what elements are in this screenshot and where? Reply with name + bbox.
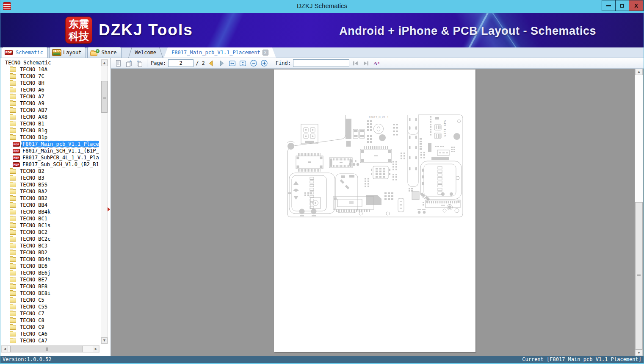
tab-schematic-label: Schematic bbox=[16, 50, 43, 56]
tree-folder[interactable]: TECNO C5 bbox=[0, 297, 99, 303]
maximize-button[interactable] bbox=[615, 0, 629, 11]
tree-file-pdf[interactable]: PDF F8017_SubPCB_4L_1_V.1_Placement bbox=[0, 154, 99, 161]
scrollbar-thumb[interactable] bbox=[101, 81, 108, 113]
tree-folder[interactable]: TECNO B3 bbox=[0, 175, 99, 181]
folder-icon bbox=[10, 196, 16, 201]
folder-icon bbox=[10, 115, 16, 119]
pdf-view-area[interactable]: F8017_M_V1.1 WIFI GPS ▲ ▼ bbox=[111, 69, 644, 356]
tree-folder[interactable]: TECNO A9 bbox=[0, 100, 99, 107]
page-number-input[interactable] bbox=[168, 59, 193, 67]
rotate-right-icon[interactable] bbox=[135, 59, 144, 67]
tab-layout[interactable]: PADS Layout bbox=[49, 47, 86, 58]
tree-folder[interactable]: TECNO 8H bbox=[0, 80, 99, 86]
folder-icon bbox=[10, 122, 16, 126]
tree-folder[interactable]: TECNO AB7 bbox=[0, 107, 99, 114]
doc-tab-current-label: F8017_Main_pcb_V1.1_Placement bbox=[171, 50, 260, 56]
tab-layout-label: Layout bbox=[63, 50, 81, 56]
folder-icon bbox=[10, 101, 16, 106]
doc-tab-welcome[interactable]: Welcome bbox=[127, 47, 164, 58]
tree-folder[interactable]: TECNO A6 bbox=[0, 86, 99, 93]
pdf-toolbar: Page: / 2 bbox=[111, 58, 644, 69]
tree-folder[interactable]: TECNO BC3 bbox=[0, 242, 99, 249]
zoom-out-icon[interactable] bbox=[249, 59, 258, 67]
tree-folder[interactable]: TECNO C5S bbox=[0, 303, 99, 310]
tree-folder[interactable]: TECNO BB4 bbox=[0, 202, 99, 208]
tree-folder[interactable]: TECNO BD2 bbox=[0, 249, 99, 256]
tree-folder-expanded[interactable]: TECNO B1p bbox=[0, 134, 99, 141]
fit-page-icon[interactable] bbox=[239, 59, 247, 67]
folder-icon bbox=[10, 169, 16, 174]
tree-folder[interactable]: TECNO BA2 bbox=[0, 188, 99, 195]
tree-folder[interactable]: TECNO BE7 bbox=[0, 276, 99, 283]
tree-folder[interactable]: TECNO BB2 bbox=[0, 195, 99, 202]
find-next-icon[interactable] bbox=[362, 59, 370, 67]
tree-root[interactable]: TECNO Schematic bbox=[0, 59, 99, 66]
rotate-left-icon[interactable] bbox=[124, 59, 133, 67]
scroll-up-arrow[interactable]: ▲ bbox=[635, 69, 643, 75]
tab-schematic[interactable]: PDF Schematic bbox=[2, 47, 48, 58]
tree-folder[interactable]: TECNO B5S bbox=[0, 181, 99, 188]
page-label: Page: bbox=[151, 60, 166, 66]
tree-folder[interactable]: TECNO AX8 bbox=[0, 114, 99, 120]
tree-file-pdf[interactable]: PDF F8017_Sub_SCH_V1.0_(B2_B1P) bbox=[0, 161, 99, 168]
maximize-icon bbox=[620, 4, 624, 8]
tree-folder[interactable]: TECNO BE8 bbox=[0, 283, 99, 290]
tree-folder-list-bottom: TECNO B2 TECNO B3 TECNO B5S bbox=[0, 168, 99, 344]
tree-folder[interactable]: TECNO B1 bbox=[0, 120, 99, 127]
pdf-icon: PDF bbox=[13, 156, 20, 160]
scroll-down-arrow[interactable]: ▼ bbox=[635, 350, 643, 356]
pads-icon: PADS bbox=[52, 49, 61, 56]
find-previous-icon[interactable] bbox=[351, 59, 360, 67]
fit-width-icon[interactable] bbox=[228, 59, 237, 67]
sidebar-horizontal-scrollbar[interactable]: ◀ ▶ bbox=[1, 345, 100, 353]
tree-folder[interactable]: TECNO BE8i bbox=[0, 290, 99, 297]
scroll-right-arrow[interactable]: ▶ bbox=[93, 346, 99, 352]
tree-folder[interactable]: TECNO BB4k bbox=[0, 208, 99, 215]
folder-icon bbox=[10, 81, 16, 86]
tree-folder[interactable]: TECNO BC1 bbox=[0, 215, 99, 222]
tree-folder[interactable]: TECNO BC1s bbox=[0, 222, 99, 229]
tree-folder[interactable]: TECNO BC2 bbox=[0, 229, 99, 236]
close-icon: X bbox=[634, 3, 638, 9]
tree-folder[interactable]: TECNO 10A bbox=[0, 66, 99, 73]
next-page-icon[interactable] bbox=[218, 59, 226, 67]
scroll-left-arrow[interactable]: ◀ bbox=[2, 346, 8, 352]
tree-folder[interactable]: TECNO A7 bbox=[0, 93, 99, 100]
match-case-icon[interactable]: Aa bbox=[373, 59, 381, 67]
tree-folder[interactable]: TECNO C9 bbox=[0, 324, 99, 331]
close-button[interactable]: X bbox=[629, 0, 644, 11]
new-page-icon[interactable] bbox=[114, 59, 122, 67]
tab-share[interactable]: + Share bbox=[87, 47, 121, 58]
scroll-up-arrow[interactable]: ▲ bbox=[101, 60, 108, 66]
tree-folder[interactable]: TECNO C8 bbox=[0, 317, 99, 324]
tree-folder[interactable]: TECNO CA7 bbox=[0, 337, 99, 344]
doc-tab-current[interactable]: F8017_Main_pcb_V1.1_Placement x bbox=[164, 47, 276, 58]
splitter-collapse-arrow[interactable] bbox=[108, 207, 110, 211]
close-tab-icon[interactable]: x bbox=[263, 50, 268, 56]
tree-folder[interactable]: TECNO CA6 bbox=[0, 331, 99, 337]
tree-folder[interactable]: TECNO BD4h bbox=[0, 256, 99, 263]
tree-folder[interactable]: TECNO B1g bbox=[0, 127, 99, 134]
tree-folder[interactable]: TECNO BE6j bbox=[0, 270, 99, 276]
tree-file-pdf[interactable]: PDF F8017_Main_pcb_V1.1_Placement bbox=[0, 141, 99, 147]
scrollbar-thumb[interactable] bbox=[635, 202, 643, 350]
document-vertical-scrollbar[interactable]: ▲ ▼ bbox=[635, 69, 643, 356]
tree-folder[interactable]: TECNO B2 bbox=[0, 168, 99, 175]
minimize-button[interactable] bbox=[602, 0, 616, 11]
tree-file-pdf[interactable]: PDF F8017_Main_SCH_V1.1_(B1P_C1) bbox=[0, 147, 99, 154]
folder-open-icon bbox=[10, 135, 16, 140]
pdf-page[interactable]: F8017_M_V1.1 WIFI GPS bbox=[274, 69, 475, 352]
tree-folder[interactable]: TECNO BE6 bbox=[0, 263, 99, 270]
folder-icon bbox=[10, 271, 16, 275]
scroll-down-arrow[interactable]: ▼ bbox=[101, 337, 108, 344]
tree-folder[interactable]: TECNO BC2c bbox=[0, 236, 99, 242]
tree-folder[interactable]: TECNO C7 bbox=[0, 310, 99, 317]
folder-icon bbox=[10, 176, 16, 181]
tree-folder[interactable]: TECNO 7C bbox=[0, 73, 99, 80]
find-input[interactable] bbox=[293, 59, 349, 67]
schematic-tree: TECNO Schematic TECNO 10A TECNO 7C bbox=[0, 59, 99, 344]
previous-page-icon[interactable] bbox=[207, 59, 216, 67]
sidebar-vertical-scrollbar[interactable]: ▲ ▼ bbox=[101, 59, 108, 344]
zoom-in-icon[interactable] bbox=[260, 59, 268, 67]
scrollbar-thumb[interactable] bbox=[10, 346, 83, 352]
